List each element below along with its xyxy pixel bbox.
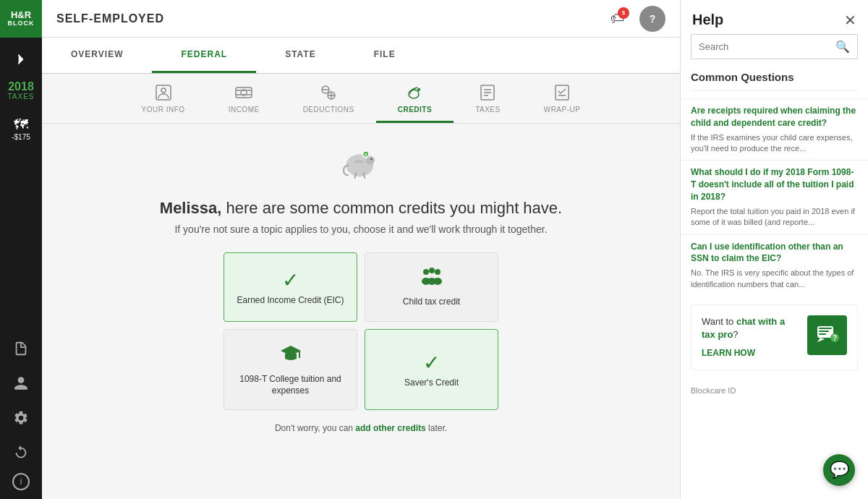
help-icon: ? [650, 13, 656, 25]
discount-button[interactable]: 🏷 $ [605, 6, 631, 32]
step-your-info[interactable]: YOUR INFO [120, 82, 207, 123]
college-label: 1098-T College tuition and expenses [233, 374, 348, 396]
nav-tabs: OVERVIEW FEDERAL STATE FILE [42, 38, 680, 74]
tab-file[interactable]: FILE [345, 38, 425, 73]
svg-point-28 [423, 269, 429, 275]
blockcare-id: Blockcare ID [681, 379, 868, 402]
sidebar-year: 2018 [8, 81, 34, 93]
chat-bubble-icon: 💬 [830, 461, 849, 479]
app-title: SELF-EMPLOYED [56, 12, 164, 25]
sidebar-settings-icon[interactable] [7, 404, 35, 432]
svg-rect-39 [819, 333, 826, 335]
step-credits[interactable]: CREDITS [376, 82, 454, 123]
help-q-link-2[interactable]: What should I do if my 2018 Form 1098-T … [691, 166, 858, 202]
svg-rect-23 [354, 161, 363, 163]
sidebar: H&R BLOCK 2018 TAXES 🗺 -$175 i [0, 0, 42, 499]
step-deductions[interactable]: DEDUCTIONS [281, 82, 376, 123]
help-search-button[interactable]: 🔍 [828, 35, 857, 59]
eic-label: Earned Income Credit (EIC) [237, 295, 344, 307]
savers-checkmark-icon: ✓ [423, 351, 440, 375]
tab-state[interactable]: STATE [256, 38, 345, 73]
step-your-info-label: YOUR INFO [142, 106, 185, 114]
help-close-button[interactable]: ✕ [844, 13, 856, 27]
svg-point-22 [370, 158, 373, 161]
footer-link[interactable]: add other credits [355, 423, 425, 433]
sidebar-taxes-label: TAXES [7, 93, 34, 101]
headline-rest: here are some common credits you might h… [221, 199, 562, 217]
credit-card-eic[interactable]: ✓ Earned Income Credit (EIC) [224, 252, 357, 322]
help-common-questions-title: Common Questions [681, 68, 868, 90]
svg-point-29 [429, 268, 435, 273]
chat-promo-image: ? [807, 315, 847, 355]
help-title: Help [692, 12, 723, 28]
svg-rect-38 [819, 330, 829, 332]
help-q-text-2: Report the total tuition you paid in 201… [691, 206, 858, 229]
step-income-label: INCOME [229, 106, 260, 114]
chat-promo: Want to chat with a tax pro? LEARN HOW ? [691, 304, 858, 371]
help-search-bar: 🔍 [691, 34, 858, 59]
help-search-input[interactable] [692, 36, 828, 57]
credit-card-college[interactable]: 1098-T College tuition and expenses [224, 329, 357, 410]
discount-badge: $ [618, 7, 629, 19]
footer-note-prefix: Don't worry, you can [275, 423, 355, 433]
help-divider [691, 90, 858, 91]
eic-checkmark-icon: ✓ [282, 268, 299, 292]
help-panel: Help ✕ 🔍 Common Questions Are receipts r… [680, 0, 868, 499]
svg-text:?: ? [833, 334, 837, 342]
savers-label: Saver's Credit [404, 378, 459, 389]
step-tabs: YOUR INFO INCOME DEDUCTIONS [42, 74, 680, 124]
logo[interactable]: H&R BLOCK [0, 0, 42, 38]
credit-card-savers[interactable]: ✓ Saver's Credit [365, 329, 498, 410]
sidebar-year-block[interactable]: 2018 TAXES [0, 75, 42, 106]
sidebar-doc-icon[interactable] [7, 334, 35, 363]
content-area: $ Melissa, here are some common credits … [42, 124, 680, 499]
svg-point-1 [161, 88, 166, 93]
help-button[interactable]: ? [639, 6, 665, 32]
sidebar-forward-arrow[interactable] [0, 45, 42, 74]
sidebar-map-block[interactable]: 🗺 -$175 [0, 111, 42, 147]
top-header: SELF-EMPLOYED 🏷 $ ? [42, 0, 680, 38]
step-deductions-label: DEDUCTIONS [303, 106, 354, 114]
svg-marker-40 [817, 338, 825, 342]
footer-note: Don't worry, you can add other credits l… [275, 423, 447, 433]
sidebar-person-icon[interactable] [7, 369, 35, 398]
help-q-text-1: If the IRS examines your child care expe… [691, 132, 858, 155]
graduation-icon [279, 343, 302, 368]
help-question-3: Can I use identification other than an S… [681, 234, 868, 296]
chat-promo-prefix: Want to [702, 316, 736, 327]
headline-name: Melissa, [160, 199, 222, 217]
sidebar-refresh-icon[interactable] [7, 438, 35, 467]
family-icon [420, 267, 443, 291]
step-taxes-label: TAXES [475, 106, 501, 114]
help-header: Help ✕ [681, 0, 868, 34]
step-income[interactable]: INCOME [207, 82, 281, 123]
footer-note-suffix: later. [426, 423, 447, 433]
step-taxes[interactable]: TAXES [454, 82, 522, 123]
headline: Melissa, here are some common credits yo… [160, 199, 562, 218]
svg-point-13 [418, 88, 420, 90]
learn-how-button[interactable]: LEARN HOW [702, 347, 755, 359]
svg-point-30 [435, 269, 441, 275]
chat-promo-suffix: ? [733, 329, 738, 340]
svg-point-33 [433, 278, 442, 285]
tab-overview[interactable]: OVERVIEW [42, 38, 152, 73]
credit-grid: ✓ Earned Income Credit (EIC) Child tax c… [224, 252, 498, 410]
credit-card-child-tax[interactable]: Child tax credit [365, 252, 498, 322]
help-q-link-3[interactable]: Can I use identification other than an S… [691, 241, 858, 265]
child-tax-label: Child tax credit [403, 297, 460, 308]
main-area: SELF-EMPLOYED 🏷 $ ? OVERVIEW FEDERAL STA… [42, 0, 680, 499]
piggy-bank-icon: $ [336, 138, 386, 192]
step-wrap-up[interactable]: WRAP-UP [522, 82, 603, 123]
svg-rect-37 [819, 328, 832, 329]
tab-federal[interactable]: FEDERAL [152, 38, 256, 73]
sidebar-info-icon[interactable]: i [12, 473, 30, 490]
help-q-link-1[interactable]: Are receipts required when claiming the … [691, 105, 858, 129]
help-question-1: Are receipts required when claiming the … [681, 98, 868, 160]
subtext: If you're not sure a topic applies to yo… [174, 223, 547, 235]
svg-rect-2 [236, 88, 252, 98]
help-q-text-3: No. The IRS is very specific about the t… [691, 268, 858, 290]
header-icons: 🏷 $ ? [605, 6, 665, 32]
map-icon: 🗺 [14, 116, 28, 133]
step-wrap-up-label: WRAP-UP [544, 106, 581, 114]
chat-bubble-button[interactable]: 💬 [823, 454, 855, 486]
